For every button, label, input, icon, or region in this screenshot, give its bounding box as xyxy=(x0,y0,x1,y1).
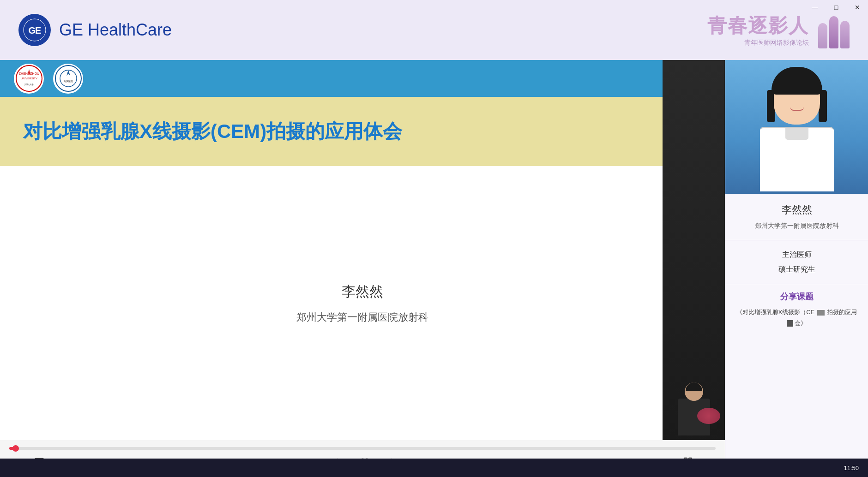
progress-fill xyxy=(9,447,16,450)
slide-institution: 郑州大学第一附属医院放射科 xyxy=(296,310,428,324)
slide-container: ZHENGZHOU UNIVERSITY 郑州大学 xyxy=(0,60,725,440)
content-area: ZHENGZHOU UNIVERSITY 郑州大学 xyxy=(0,60,868,477)
topic-text: 《对比增强乳腺X线摄影（CE 拍摄的应用 会》 xyxy=(732,307,861,328)
topic-label: 分享课题 xyxy=(732,291,861,302)
shirt xyxy=(760,127,834,191)
speaker-title-2: 硕士研究生 xyxy=(732,262,861,277)
figure-1 xyxy=(818,23,827,48)
svg-point-7 xyxy=(55,66,81,91)
presenter-video xyxy=(663,60,725,440)
ge-logo: GE xyxy=(18,14,51,46)
figure-2 xyxy=(829,16,838,48)
speaker-info: 李然然 郑州大学第一附属医院放射科 xyxy=(725,194,868,240)
event-title: 青春逐影人 xyxy=(707,13,809,39)
university-logo-1: ZHENGZHOU UNIVERSITY 郑州大学 xyxy=(14,64,44,94)
university-logo-2: 附属医院 xyxy=(53,64,83,94)
progress-handle[interactable] xyxy=(12,445,19,452)
header: GE GE HealthCare 青春逐影人 青年医师网络影像论坛 xyxy=(0,0,868,60)
minimize-button[interactable]: — xyxy=(804,0,826,15)
speaker-title-1: 主治医师 xyxy=(732,247,861,262)
event-figures xyxy=(818,12,850,48)
speaker-name: 李然然 xyxy=(732,203,861,217)
topic-text-1: 《对比增强乳腺X线摄影（CE xyxy=(736,309,815,316)
right-sidebar: 李然然 郑州大学第一附属医院放射科 主治医师 硕士研究生 分享课题 《对比增强乳… xyxy=(725,60,868,477)
close-button[interactable]: ✕ xyxy=(847,0,868,15)
slide-author: 李然然 xyxy=(342,282,383,301)
taskbar-time: 11:50 xyxy=(844,465,859,471)
topic-text-3: 会》 xyxy=(795,320,807,327)
window-titlebar: — □ ✕ xyxy=(804,0,868,15)
photo-person-container xyxy=(725,60,868,194)
speaker-affiliation: 郑州大学第一附属医院放射科 xyxy=(732,221,861,231)
topic-text-2: 拍摄的应用 xyxy=(827,309,857,316)
expand-icon[interactable] xyxy=(787,320,793,327)
presenter-head xyxy=(685,382,703,401)
svg-text:郑州大学: 郑州大学 xyxy=(24,83,34,86)
video-section: ZHENGZHOU UNIVERSITY 郑州大学 xyxy=(0,60,725,477)
presenter-camera xyxy=(663,60,725,440)
mouth xyxy=(790,107,804,111)
slide-title-section: 对比增强乳腺X线摄影(CEM)拍摄的应用体会 xyxy=(0,97,725,166)
person-figure xyxy=(751,62,843,191)
brand-name: GE HealthCare xyxy=(59,20,172,40)
video-wrapper[interactable]: ZHENGZHOU UNIVERSITY 郑州大学 xyxy=(0,60,725,440)
topic-section: 分享课题 《对比增强乳腺X线摄影（CE 拍摄的应用 会》 xyxy=(725,284,868,335)
app-container: — □ ✕ GE GE HealthCare 青春逐影人 青年医师网络影像论坛 xyxy=(0,0,868,477)
presenter-hair xyxy=(686,382,702,391)
taskbar: 11:50 xyxy=(0,459,868,477)
figure-3 xyxy=(840,21,850,48)
speaker-photo xyxy=(725,60,868,194)
svg-text:GE: GE xyxy=(29,25,42,36)
slide-main-title: 对比增强乳腺X线摄影(CEM)拍摄的应用体会 xyxy=(23,119,402,144)
speaker-titles: 主治医师 硕士研究生 xyxy=(725,240,868,284)
slide-header-bar: ZHENGZHOU UNIVERSITY 郑州大学 xyxy=(0,60,725,97)
topic-icon xyxy=(817,310,825,316)
logo-area: GE GE HealthCare xyxy=(18,14,172,46)
maximize-button[interactable]: □ xyxy=(826,0,847,15)
collar xyxy=(785,128,808,140)
svg-text:附属医院: 附属医院 xyxy=(64,80,73,83)
event-subtitle: 青年医师网络影像论坛 xyxy=(707,39,809,47)
svg-text:UNIVERSITY: UNIVERSITY xyxy=(20,77,37,80)
progress-bar[interactable] xyxy=(9,447,716,450)
header-right: 青春逐影人 青年医师网络影像论坛 xyxy=(707,12,850,48)
hair-top xyxy=(772,67,822,95)
event-badge: 青春逐影人 青年医师网络影像论坛 xyxy=(707,13,809,47)
flowers-decoration xyxy=(697,408,725,426)
slide-body: 李然然 郑州大学第一附属医院放射科 xyxy=(0,166,725,440)
